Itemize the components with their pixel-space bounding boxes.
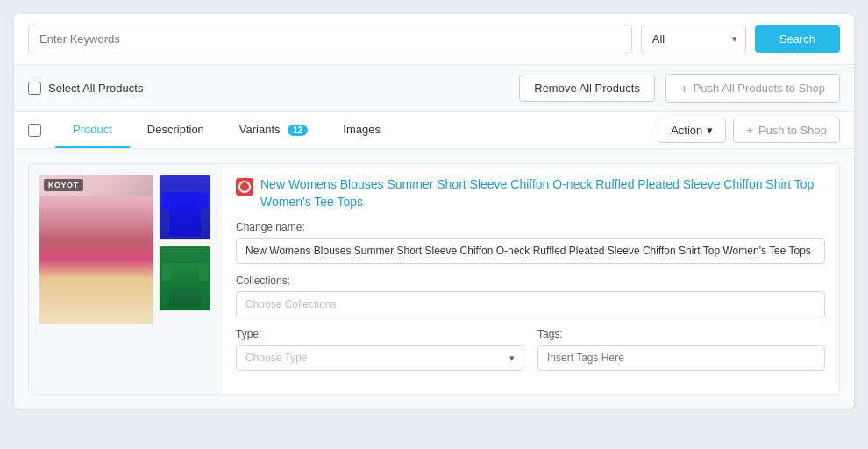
select-all-checkbox[interactable] [28,82,41,95]
collections-group: Collections: [236,274,825,317]
change-name-input[interactable] [236,238,825,264]
thumbnail-images [159,175,211,311]
product-title-row: New Womens Blouses Summer Short Sleeve C… [236,176,825,210]
product-status-icon [236,178,253,196]
push-all-label: Push All Products to Shop [694,82,825,95]
product-title[interactable]: New Womens Blouses Summer Short Sleeve C… [260,176,825,210]
tab-images[interactable]: Images [325,112,398,148]
tags-group: Tags: [537,328,825,371]
change-name-group: Change name: [236,221,825,264]
variants-badge: 12 [288,125,308,136]
select-all-text: Select All Products [48,82,143,95]
category-select-wrapper: AllElectronicsClothingHomeSports [641,25,746,53]
search-bar: AllElectronicsClothingHomeSports Search [14,14,854,65]
collections-input[interactable] [236,291,825,317]
product-card: KOYOT [28,163,840,395]
push-shop-plus-icon: + [746,124,753,137]
top-toolbar: Select All Products Remove All Products … [14,65,854,112]
product-section: KOYOT [14,149,854,409]
tags-label: Tags: [537,328,825,340]
change-name-label: Change name: [236,221,825,233]
tab-row-checkbox[interactable] [28,124,41,137]
push-all-plus-icon: + [680,81,688,96]
push-all-button[interactable]: + Push All Products to Shop [665,74,840,103]
push-to-shop-button[interactable]: + Push to Shop [733,118,840,143]
brand-tag: KOYOT [44,179,83,191]
select-all-label[interactable]: Select All Products [28,82,143,95]
search-input[interactable] [28,25,632,53]
type-select-wrapper: Choose Type [236,345,523,371]
product-images: KOYOT [29,164,222,394]
action-chevron-icon: ▾ [707,124,713,137]
type-tags-row: Type: Choose Type Tags: [236,328,825,381]
category-select[interactable]: AllElectronicsClothingHomeSports [641,25,746,53]
search-button[interactable]: Search [755,25,840,53]
tab-product[interactable]: Product [55,112,130,148]
tab-variants[interactable]: Variants 12 [222,112,325,148]
type-select[interactable]: Choose Type [236,345,523,371]
type-group: Type: Choose Type [236,328,523,371]
thumb-image-green [159,246,211,311]
remove-all-button[interactable]: Remove All Products [519,75,655,102]
tab-bar: Product Description Variants 12 Images A… [14,112,854,149]
thumb-image-blue [159,175,211,240]
main-product-image: KOYOT [39,175,153,324]
collections-label: Collections: [236,274,825,287]
tags-input[interactable] [537,345,825,371]
product-details: New Womens Blouses Summer Short Sleeve C… [222,164,839,394]
tab-description[interactable]: Description [130,112,222,148]
action-button[interactable]: Action ▾ [658,118,726,143]
type-label: Type: [236,328,523,340]
